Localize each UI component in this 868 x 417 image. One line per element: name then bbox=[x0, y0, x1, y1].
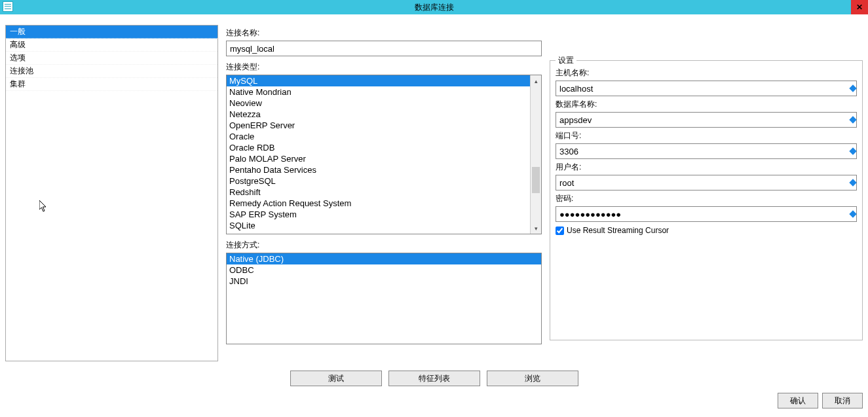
user-label: 用户名: bbox=[556, 162, 857, 173]
window-title: 数据库连接 bbox=[415, 2, 454, 13]
ok-button[interactable]: 确认 bbox=[778, 393, 818, 408]
list-item[interactable]: Remedy Action Request System bbox=[227, 198, 530, 209]
db-label: 数据库名称: bbox=[556, 99, 857, 110]
title-bar: 数据库连接 ✕ bbox=[0, 0, 868, 14]
connection-name-input[interactable] bbox=[226, 41, 542, 56]
nav-item[interactable]: 一般 bbox=[6, 26, 217, 39]
host-input[interactable] bbox=[556, 81, 857, 96]
scrollbar[interactable]: ▴ ▾ bbox=[530, 75, 541, 234]
nav-item[interactable]: 连接池 bbox=[6, 65, 217, 78]
list-item[interactable]: Redshift bbox=[227, 187, 530, 198]
settings-legend: 设置 bbox=[556, 55, 576, 66]
connection-name-label: 连接名称: bbox=[226, 27, 542, 39]
list-item[interactable]: Native Mondrian bbox=[227, 86, 530, 98]
user-input[interactable] bbox=[556, 175, 857, 190]
host-label: 主机名称: bbox=[556, 67, 857, 79]
list-item[interactable]: Native (JDBC) bbox=[227, 253, 541, 264]
password-label: 密码: bbox=[556, 193, 857, 204]
action-button-row: 测试 特征列表 浏览 bbox=[0, 367, 868, 390]
port-input[interactable] bbox=[556, 143, 857, 159]
dialog-button-row: 确认 取消 bbox=[0, 390, 868, 412]
db-input[interactable] bbox=[556, 112, 857, 128]
access-method-label: 连接方式: bbox=[226, 240, 542, 251]
list-item[interactable]: SQLite bbox=[227, 220, 530, 231]
nav-item[interactable]: 集群 bbox=[6, 78, 217, 91]
access-method-list[interactable]: Native (JDBC)ODBCJNDI bbox=[226, 253, 542, 344]
list-item[interactable]: SAP ERP System bbox=[227, 209, 530, 220]
list-item[interactable]: Oracle RDB bbox=[227, 142, 530, 153]
list-item[interactable]: Pentaho Data Services bbox=[227, 164, 530, 175]
scroll-up-icon[interactable]: ▴ bbox=[531, 75, 541, 86]
section-nav-list[interactable]: 一般高级选项连接池集群 bbox=[5, 25, 218, 361]
settings-group: 设置 主机名称: 数据库名称: 端口号: 用户名: 密码: Use Result… bbox=[550, 60, 863, 340]
feature-list-button[interactable]: 特征列表 bbox=[388, 371, 480, 386]
streaming-cursor-checkbox[interactable] bbox=[556, 227, 564, 235]
list-item[interactable]: Neoview bbox=[227, 98, 530, 109]
nav-item[interactable]: 高级 bbox=[6, 39, 217, 52]
nav-item[interactable]: 选项 bbox=[6, 52, 217, 65]
close-icon: ✕ bbox=[856, 3, 863, 12]
connection-type-list[interactable]: MySQLNative MondrianNeoviewNetezzaOpenER… bbox=[226, 75, 542, 234]
password-input[interactable] bbox=[556, 206, 857, 222]
scrollbar-thumb[interactable] bbox=[532, 167, 540, 193]
list-item[interactable]: Oracle bbox=[227, 131, 530, 142]
system-menu-icon[interactable] bbox=[3, 1, 13, 12]
list-item[interactable]: Palo MOLAP Server bbox=[227, 153, 530, 164]
close-button[interactable]: ✕ bbox=[851, 0, 868, 14]
scroll-down-icon[interactable]: ▾ bbox=[531, 223, 541, 234]
list-item[interactable]: Netezza bbox=[227, 109, 530, 120]
connection-type-label: 连接类型: bbox=[226, 62, 542, 73]
cancel-button[interactable]: 取消 bbox=[822, 393, 863, 408]
list-item[interactable]: OpenERP Server bbox=[227, 120, 530, 131]
browse-button[interactable]: 浏览 bbox=[487, 371, 578, 386]
list-item[interactable]: JNDI bbox=[227, 276, 541, 287]
list-item[interactable]: MySQL bbox=[227, 75, 530, 86]
port-label: 端口号: bbox=[556, 130, 857, 141]
streaming-cursor-label: Use Result Streaming Cursor bbox=[567, 226, 669, 235]
test-button[interactable]: 测试 bbox=[290, 371, 382, 386]
list-item[interactable]: ODBC bbox=[227, 264, 541, 276]
list-item[interactable]: PostgreSQL bbox=[227, 175, 530, 187]
